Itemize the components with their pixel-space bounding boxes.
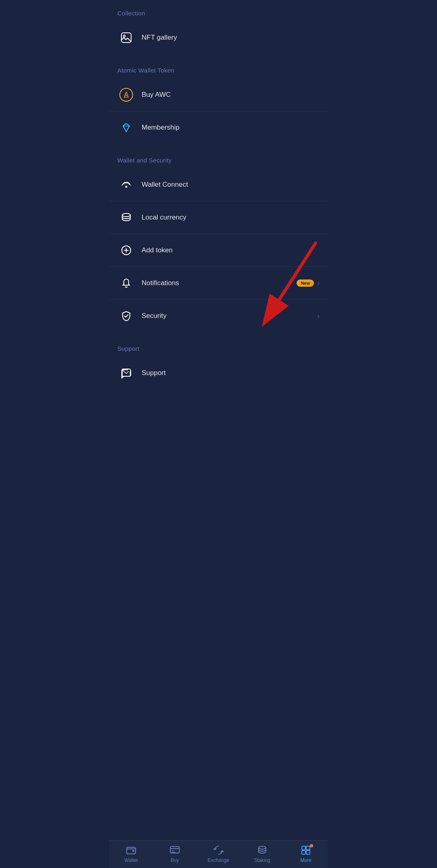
notifications-chevron: › (317, 279, 320, 288)
security-chevron: › (317, 312, 320, 320)
section-collection: Collection NFT gallery (109, 0, 328, 54)
buy-awc-label: Buy AWC (142, 91, 320, 99)
staking-nav-icon (257, 845, 267, 855)
wallet-nav-label: Wallet (125, 857, 138, 863)
menu-item-nft-gallery[interactable]: NFT gallery (109, 21, 328, 54)
menu-item-local-currency[interactable]: Local currency (109, 201, 328, 234)
buy-nav-icon (170, 845, 180, 855)
menu-item-buy-awc[interactable]: Buy AWC (109, 79, 328, 111)
nav-item-staking[interactable]: Staking (240, 841, 284, 868)
svg-rect-8 (132, 850, 134, 852)
currency-icon (117, 209, 135, 226)
wallet-connect-label: Wallet Connect (142, 181, 320, 189)
svg-rect-13 (302, 851, 305, 854)
security-label: Security (142, 312, 314, 320)
bell-icon (117, 274, 135, 292)
section-wallet-security: Wallet and Security Wallet Connect Local (109, 147, 328, 332)
svg-point-10 (259, 847, 266, 849)
section-atomic-wallet-token: Atomic Wallet Token Buy AWC (109, 57, 328, 144)
staking-nav-label: Staking (254, 857, 270, 863)
svg-rect-0 (121, 33, 131, 43)
exchange-nav-icon (213, 845, 224, 855)
section-header-wallet-security: Wallet and Security (109, 147, 328, 168)
section-support: Support Support (109, 335, 328, 389)
more-notification-dot (310, 844, 313, 847)
section-header-collection: Collection (109, 0, 328, 21)
exchange-nav-label: Exchange (208, 857, 229, 863)
menu-item-wallet-connect[interactable]: Wallet Connect (109, 168, 328, 201)
nav-item-buy[interactable]: Buy (153, 841, 197, 868)
more-nav-icon (301, 845, 311, 855)
notifications-label: Notifications (142, 279, 293, 287)
membership-label: Membership (142, 124, 320, 132)
more-nav-label: More (300, 857, 311, 863)
svg-rect-14 (306, 851, 310, 854)
support-icon (117, 364, 135, 382)
nav-item-more[interactable]: More (284, 841, 328, 868)
menu-item-notifications[interactable]: Notifications New › (109, 267, 328, 300)
menu-item-security[interactable]: Security › (109, 300, 328, 332)
svg-point-2 (125, 186, 127, 188)
nav-item-wallet[interactable]: Wallet (109, 841, 153, 868)
svg-rect-11 (302, 846, 305, 850)
add-token-icon (117, 241, 135, 259)
main-content: Collection NFT gallery Atomic Wallet Tok… (109, 0, 328, 868)
nav-item-exchange[interactable]: Exchange (197, 841, 240, 868)
walletconnect-icon (117, 176, 135, 194)
menu-item-membership[interactable]: Membership (109, 111, 328, 144)
nft-gallery-label: NFT gallery (142, 34, 320, 42)
diamond-icon (117, 119, 135, 136)
new-badge: New (297, 279, 314, 287)
add-token-label: Add token (142, 246, 320, 254)
wallet-nav-icon (126, 845, 136, 855)
shield-icon (117, 307, 135, 325)
section-header-support: Support (109, 335, 328, 357)
section-header-awt: Atomic Wallet Token (109, 57, 328, 79)
bottom-navigation: Wallet Buy Exchange Staking (109, 840, 328, 868)
local-currency-label: Local currency (142, 213, 320, 222)
menu-item-support[interactable]: Support (109, 357, 328, 389)
menu-item-add-token[interactable]: Add token (109, 234, 328, 267)
awc-icon (117, 86, 135, 104)
buy-nav-label: Buy (171, 857, 179, 863)
svg-rect-12 (306, 846, 310, 850)
support-label: Support (142, 369, 320, 377)
nft-icon (117, 29, 135, 47)
svg-point-1 (123, 35, 125, 37)
svg-point-3 (122, 213, 130, 217)
